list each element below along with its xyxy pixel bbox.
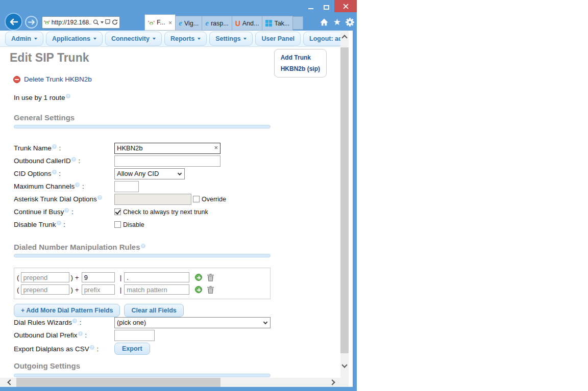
ie-icon: e (205, 19, 209, 27)
nav-logout[interactable]: Logout: ad (303, 32, 340, 46)
browser-chrome: http://192.168.1.... F... × e Vig. (0, 0, 357, 31)
help-icon[interactable] (90, 345, 94, 350)
compatibility-view-icon[interactable] (105, 19, 110, 25)
tab-raspberry[interactable]: e rasp... (202, 16, 232, 31)
delete-trunk-link[interactable]: Delete Trunk HKBN2b (24, 75, 92, 83)
outbound-callerid-input[interactable] (114, 155, 220, 167)
help-icon[interactable] (66, 94, 70, 98)
trash-icon[interactable] (207, 286, 214, 294)
maximize-button[interactable] (318, 0, 334, 12)
maximum-channels-input[interactable] (114, 181, 139, 192)
dial-rules-heading: Dialed Number Manipulation Rules (14, 243, 146, 251)
prepend-input[interactable] (21, 284, 69, 295)
address-bar[interactable]: http://192.168.1.... (42, 16, 120, 29)
vertical-scrollbar-thumb[interactable] (340, 47, 349, 353)
windows-icon (265, 20, 272, 27)
scroll-left-icon[interactable] (7, 379, 13, 385)
pipe-separator: | (120, 286, 122, 294)
add-more-dial-pattern-fields-button[interactable]: + Add More Dial Pattern Fields (14, 304, 120, 317)
section-divider (14, 125, 271, 128)
match-pattern-input[interactable] (124, 272, 189, 282)
search-dropdown-caret[interactable] (101, 21, 104, 23)
help-icon[interactable] (52, 144, 57, 149)
chevron-down-icon (153, 38, 156, 40)
nav-settings[interactable]: Settings (209, 32, 253, 46)
help-icon[interactable] (141, 244, 145, 248)
nav-admin[interactable]: Admin (5, 32, 43, 46)
help-icon[interactable] (78, 331, 83, 336)
url-text[interactable]: http://192.168.1.... (52, 19, 91, 26)
browser-toolbar: http://192.168.1.... F... × e Vig. (0, 14, 357, 31)
help-icon[interactable] (57, 221, 61, 225)
nav-applications[interactable]: Applications (46, 32, 103, 46)
chevron-down-icon (34, 38, 37, 40)
tab-strip: F... × e Vig... e rasp... U And... Ta (144, 14, 303, 31)
continue-if-busy-row: Continue if Busy : Check to always try n… (14, 205, 330, 218)
outbound-dial-prefix-input[interactable] (114, 330, 155, 341)
horizontal-scrollbar[interactable] (0, 378, 349, 387)
forward-button[interactable] (25, 16, 38, 29)
export-button[interactable]: Export (114, 343, 150, 355)
dial-pattern-row: ( ) + | (17, 283, 268, 296)
tab-label: rasp... (211, 20, 229, 27)
tab-close-icon[interactable]: × (168, 19, 173, 27)
field-label: Disable Trunk : (14, 221, 114, 228)
override-checkbox[interactable] (193, 196, 200, 202)
checkbox-label: Disable (123, 221, 144, 228)
add-rule-icon[interactable] (195, 286, 202, 293)
delete-minus-icon[interactable] (13, 76, 20, 83)
export-dialplans-row: Export Dialplans as CSV : Export (14, 342, 330, 356)
nav-connectivity[interactable]: Connectivity (105, 32, 162, 46)
search-icon[interactable] (93, 19, 99, 25)
disable-trunk-checkbox[interactable] (114, 221, 121, 228)
clear-all-fields-button[interactable]: Clear all Fields (124, 304, 183, 317)
checkbox-label: Check to always try next trunk (123, 208, 208, 216)
scroll-down-icon[interactable] (341, 362, 347, 368)
refresh-icon[interactable] (112, 19, 118, 25)
minimize-button[interactable] (303, 0, 318, 12)
prefix-input[interactable] (82, 272, 115, 282)
help-icon[interactable] (75, 183, 80, 187)
prepend-input[interactable] (21, 272, 69, 282)
horizontal-scrollbar-thumb[interactable] (16, 378, 220, 387)
tab-freepbx[interactable]: F... × (144, 14, 176, 31)
scroll-up-icon[interactable] (341, 35, 347, 40)
nav-user-panel[interactable]: User Panel (255, 32, 301, 46)
new-tab-button[interactable] (293, 16, 303, 30)
clear-input-icon[interactable]: × (214, 144, 218, 151)
continue-if-busy-checkbox[interactable] (114, 208, 121, 215)
help-icon[interactable] (64, 208, 69, 213)
prefix-input[interactable] (82, 284, 115, 295)
help-icon[interactable] (72, 319, 77, 323)
vertical-scrollbar[interactable] (340, 31, 349, 378)
paren-open: ( (17, 274, 19, 281)
trash-icon[interactable] (207, 274, 214, 281)
trunk-name-input[interactable] (114, 143, 220, 154)
back-button[interactable] (5, 13, 22, 31)
favorites-star-icon[interactable]: ★ (333, 18, 341, 27)
paren-close: ) + (71, 274, 79, 281)
help-icon[interactable] (71, 157, 76, 162)
minimize-icon (308, 8, 313, 9)
settings-gear-icon[interactable] (346, 18, 354, 27)
help-icon[interactable] (97, 195, 102, 200)
add-trunk-link[interactable]: Add Trunk (281, 54, 320, 61)
dial-rules-wizards-select[interactable]: (pick one) (114, 317, 271, 328)
current-trunk-link[interactable]: HKBN2b (sip) (281, 65, 320, 72)
tab-vigor[interactable]: e Vig... (176, 16, 202, 31)
cid-options-select[interactable]: Allow Any CID (114, 168, 185, 179)
tab-android[interactable]: U And... (232, 16, 263, 31)
close-button[interactable] (334, 0, 357, 12)
nav-reports[interactable]: Reports (164, 32, 207, 46)
checkbox-label: Override (202, 196, 226, 203)
trunk-name-row: Trunk Name : × (14, 142, 330, 154)
help-icon[interactable] (52, 170, 57, 174)
dial-pattern-buttons: + Add More Dial Pattern Fields Clear all… (14, 304, 184, 317)
match-pattern-input[interactable] (124, 284, 189, 295)
tab-tak[interactable]: Tak... (262, 16, 293, 31)
ubiquiti-icon: U (235, 20, 240, 27)
add-rule-icon[interactable] (195, 274, 202, 281)
home-icon[interactable] (320, 18, 329, 26)
scroll-right-icon[interactable] (329, 379, 335, 385)
field-label: Outbound Dial Prefix : (14, 331, 114, 339)
